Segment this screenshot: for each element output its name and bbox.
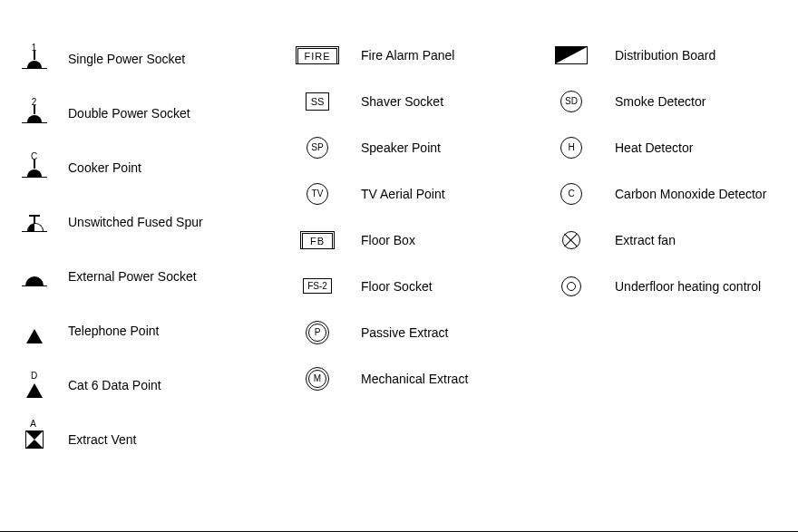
superscript: A bbox=[28, 419, 39, 429]
symbol-text: SP bbox=[307, 137, 328, 159]
symbol-text: M bbox=[308, 370, 326, 388]
single-power-socket-icon: 1 bbox=[9, 41, 59, 77]
telephone-point-icon bbox=[9, 313, 59, 349]
symbol-text: C bbox=[560, 183, 582, 205]
row-mechanical-extract: M Mechanical Extract bbox=[290, 355, 544, 401]
label: Single Power Socket bbox=[68, 52, 272, 66]
row-underfloor-heating: Underfloor heating control bbox=[544, 263, 798, 309]
external-power-socket-icon bbox=[9, 258, 59, 295]
label: Floor Box bbox=[361, 233, 544, 247]
electrical-legend: 1 Single Power Socket 2 Double Power Soc… bbox=[0, 0, 798, 532]
speaker-point-icon: SP bbox=[290, 130, 345, 166]
extract-vent-icon: A bbox=[9, 421, 59, 458]
co-detector-icon: C bbox=[544, 176, 598, 212]
tv-aerial-point-icon: TV bbox=[290, 176, 345, 212]
superscript: D bbox=[29, 371, 40, 381]
label: Carbon Monoxide Detector bbox=[615, 187, 798, 201]
cooker-point-icon: C bbox=[9, 150, 59, 186]
row-data-point: D Cat 6 Data Point bbox=[9, 358, 272, 412]
row-passive-extract: P Passive Extract bbox=[290, 309, 544, 355]
symbol-text: TV bbox=[307, 183, 328, 205]
row-extract-fan: Extract fan bbox=[544, 217, 798, 263]
row-co-detector: C Carbon Monoxide Detector bbox=[544, 170, 798, 217]
label: Extract Vent bbox=[68, 432, 272, 447]
row-cooker-point: C Cooker Point bbox=[9, 140, 272, 195]
label: Underfloor heating control bbox=[615, 279, 798, 294]
symbol-text: P bbox=[308, 324, 326, 342]
label: Heat Detector bbox=[615, 140, 798, 155]
symbol-text: FIRE bbox=[297, 48, 336, 64]
double-power-socket-icon: 2 bbox=[9, 95, 59, 131]
heat-detector-icon: H bbox=[544, 130, 598, 166]
label: Fire Alarm Panel bbox=[361, 48, 544, 63]
floor-socket-icon: FS-2 bbox=[290, 268, 345, 305]
row-telephone-point: Telephone Point bbox=[9, 304, 272, 358]
row-fire-alarm-panel: FIRE Fire Alarm Panel bbox=[290, 32, 544, 78]
unswitched-fused-spur-icon bbox=[9, 204, 59, 240]
fire-alarm-panel-icon: FIRE bbox=[290, 37, 345, 73]
row-unswitched-fused-spur: Unswitched Fused Spur bbox=[9, 195, 272, 249]
row-heat-detector: H Heat Detector bbox=[544, 124, 798, 170]
row-smoke-detector: SD Smoke Detector bbox=[544, 78, 798, 124]
label: Extract fan bbox=[615, 233, 798, 247]
symbol-text: H bbox=[560, 137, 582, 159]
label: External Power Socket bbox=[68, 269, 272, 284]
row-speaker-point: SP Speaker Point bbox=[290, 124, 544, 170]
label: Distribution Board bbox=[615, 48, 798, 63]
row-distribution-board: Distribution Board bbox=[544, 32, 798, 78]
smoke-detector-icon: SD bbox=[544, 83, 598, 120]
label: Double Power Socket bbox=[68, 106, 272, 121]
row-floor-box: FB Floor Box bbox=[290, 217, 544, 263]
label: Smoke Detector bbox=[615, 94, 798, 109]
superscript: C bbox=[30, 151, 39, 161]
underfloor-heating-icon bbox=[544, 268, 598, 305]
label: Unswitched Fused Spur bbox=[68, 215, 272, 229]
legend-col-3: Distribution Board SD Smoke Detector H H… bbox=[544, 32, 798, 309]
label: Mechanical Extract bbox=[361, 372, 544, 386]
superscript: 1 bbox=[30, 43, 39, 53]
legend-col-2: FIRE Fire Alarm Panel SS Shaver Socket S… bbox=[290, 32, 544, 401]
mechanical-extract-icon: M bbox=[290, 361, 345, 397]
row-shaver-socket: SS Shaver Socket bbox=[290, 78, 544, 124]
row-floor-socket: FS-2 Floor Socket bbox=[290, 263, 544, 309]
floor-box-icon: FB bbox=[290, 222, 345, 258]
superscript: 2 bbox=[30, 97, 39, 107]
symbol-text: SD bbox=[560, 91, 582, 112]
label: Telephone Point bbox=[68, 324, 272, 338]
passive-extract-icon: P bbox=[290, 314, 345, 351]
shaver-socket-icon: SS bbox=[290, 83, 345, 120]
symbol-text: FS-2 bbox=[303, 278, 332, 294]
row-double-power-socket: 2 Double Power Socket bbox=[9, 86, 272, 140]
symbol-text: SS bbox=[306, 92, 330, 111]
label: Floor Socket bbox=[361, 279, 544, 294]
distribution-board-icon bbox=[544, 37, 598, 73]
label: Shaver Socket bbox=[361, 94, 544, 109]
label: Speaker Point bbox=[361, 140, 544, 155]
label: Cat 6 Data Point bbox=[68, 378, 272, 392]
label: Passive Extract bbox=[361, 325, 544, 340]
label: TV Aerial Point bbox=[361, 187, 544, 201]
extract-fan-icon bbox=[544, 222, 598, 258]
legend-col-1: 1 Single Power Socket 2 Double Power Soc… bbox=[9, 32, 272, 467]
data-point-icon: D bbox=[9, 367, 59, 403]
label: Cooker Point bbox=[68, 160, 272, 175]
row-external-power-socket: External Power Socket bbox=[9, 249, 272, 304]
symbol-text: FB bbox=[302, 233, 333, 249]
row-single-power-socket: 1 Single Power Socket bbox=[9, 32, 272, 86]
row-tv-aerial-point: TV TV Aerial Point bbox=[290, 170, 544, 217]
row-extract-vent: A Extract Vent bbox=[9, 412, 272, 467]
